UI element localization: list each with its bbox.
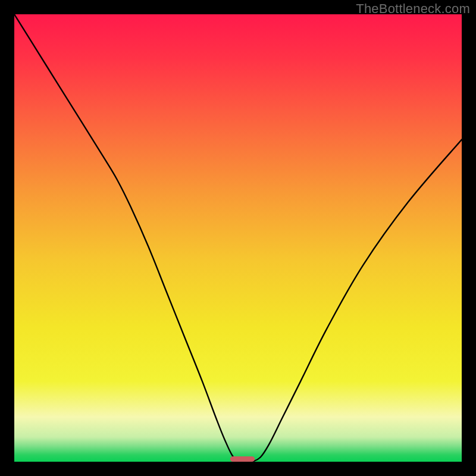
chart-frame: TheBottleneck.com — [0, 0, 476, 476]
watermark-text: TheBottleneck.com — [356, 1, 470, 17]
optimal-marker — [14, 14, 462, 462]
svg-rect-1 — [230, 456, 255, 462]
plot-area — [14, 14, 462, 462]
